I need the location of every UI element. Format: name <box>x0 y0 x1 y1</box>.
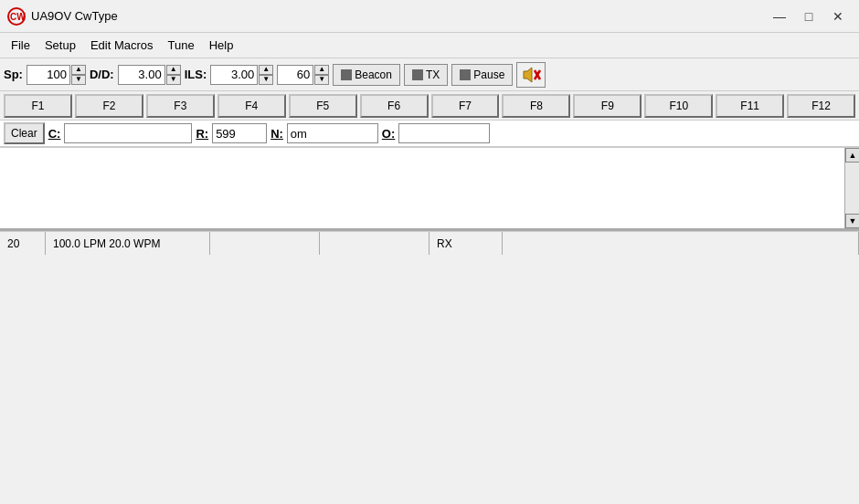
extra-down-btn[interactable]: ▼ <box>314 75 329 85</box>
pause-label: Pause <box>473 68 504 81</box>
toolbar: Sp: 100 ▲ ▼ D/D: 3.00 ▲ ▼ ILS: 3.00 ▲ ▼ … <box>0 58 859 91</box>
status-rx: RX <box>437 237 452 250</box>
dd-input[interactable]: 3.00 <box>118 65 165 85</box>
tx-indicator <box>412 69 423 80</box>
fkey-f10[interactable]: F10 <box>644 94 713 118</box>
ils-input[interactable]: 3.00 <box>210 65 258 85</box>
ils-up-btn[interactable]: ▲ <box>259 65 273 75</box>
upper-text-area <box>0 148 844 228</box>
status-cell-6 <box>503 232 859 255</box>
status-cell-4 <box>320 232 430 255</box>
n-input[interactable] <box>287 123 378 143</box>
fkey-f9[interactable]: F9 <box>573 94 642 118</box>
extra-spinner-btns: ▲ ▼ <box>314 65 329 85</box>
close-button[interactable]: ✕ <box>824 5 852 27</box>
ils-down-btn[interactable]: ▼ <box>259 75 273 85</box>
fkey-f12[interactable]: F12 <box>787 94 855 118</box>
fkey-f3[interactable]: F3 <box>146 94 215 118</box>
status-cell-2: 100.0 LPM 20.0 WPM <box>46 232 210 255</box>
menu-bar: File Setup Edit Macros Tune Help <box>0 33 859 58</box>
o-input[interactable] <box>398 123 490 143</box>
status-wpm: 100.0 LPM 20.0 WPM <box>53 237 160 250</box>
menu-setup[interactable]: Setup <box>37 37 83 54</box>
title-bar-controls: — □ ✕ <box>766 5 852 27</box>
tx-button[interactable]: TX <box>404 64 448 86</box>
fkey-f1[interactable]: F1 <box>4 94 72 118</box>
status-cell-3 <box>210 232 320 255</box>
sp-down-btn[interactable]: ▼ <box>71 75 86 85</box>
menu-edit-macros[interactable]: Edit Macros <box>83 37 161 54</box>
fkey-f8[interactable]: F8 <box>502 94 570 118</box>
status-cell-1: 20 <box>0 232 46 255</box>
fkey-f11[interactable]: F11 <box>716 94 784 118</box>
ils-spinner-btns: ▲ ▼ <box>259 65 273 85</box>
upper-scrollbar: ▲ ▼ <box>844 148 859 228</box>
title-bar: CW UA9OV CwType — □ ✕ <box>0 0 859 33</box>
n-label: N: <box>270 127 283 141</box>
sp-input[interactable]: 100 <box>27 65 70 85</box>
dd-spinner: 3.00 ▲ ▼ <box>118 65 181 85</box>
upper-panel: ▲ ▼ <box>0 148 859 230</box>
beacon-indicator <box>341 69 352 80</box>
minimize-button[interactable]: — <box>766 5 793 27</box>
sp-up-btn[interactable]: ▲ <box>71 65 86 75</box>
status-cell-5: RX <box>430 232 503 255</box>
o-label: O: <box>382 127 395 141</box>
input-row: Clear C: R: N: O: <box>0 121 859 148</box>
status-number: 20 <box>7 237 19 250</box>
pause-indicator <box>460 69 471 80</box>
menu-help[interactable]: Help <box>202 37 241 54</box>
scroll-down-btn[interactable]: ▼ <box>845 214 859 228</box>
dd-down-btn[interactable]: ▼ <box>166 75 181 85</box>
pause-button[interactable]: Pause <box>451 64 513 86</box>
status-bar: 20 100.0 LPM 20.0 WPM RX <box>0 231 859 255</box>
svg-marker-2 <box>524 68 532 82</box>
fkey-f4[interactable]: F4 <box>217 94 286 118</box>
extra-input[interactable]: 60 <box>277 65 313 85</box>
app-icon: CW <box>7 7 26 26</box>
dd-label: D/D: <box>90 68 114 81</box>
svg-text:CW: CW <box>10 12 26 22</box>
clear-button[interactable]: Clear <box>4 122 45 144</box>
r-label: R: <box>196 127 208 141</box>
fkey-f7[interactable]: F7 <box>431 94 500 118</box>
fkey-f5[interactable]: F5 <box>289 94 357 118</box>
fkeys-row: F1 F2 F3 F4 F5 F6 F7 F8 F9 F10 F11 F12 <box>0 91 859 121</box>
maximize-button[interactable]: □ <box>795 5 822 27</box>
r-input[interactable] <box>212 123 267 143</box>
mute-icon <box>520 65 542 85</box>
fkey-f6[interactable]: F6 <box>360 94 429 118</box>
c-input[interactable] <box>64 123 192 143</box>
title-bar-left: CW UA9OV CwType <box>7 7 118 26</box>
beacon-button[interactable]: Beacon <box>333 64 400 86</box>
fkey-f2[interactable]: F2 <box>75 94 143 118</box>
dd-up-btn[interactable]: ▲ <box>166 65 181 75</box>
menu-tune[interactable]: Tune <box>161 37 202 54</box>
scroll-track <box>845 163 859 214</box>
ils-spinner: 3.00 ▲ ▼ <box>210 65 273 85</box>
sp-spinner-btns: ▲ ▼ <box>71 65 86 85</box>
ils-label: ILS: <box>185 68 207 81</box>
c-label: C: <box>48 127 61 141</box>
sp-spinner: 100 ▲ ▼ <box>27 65 86 85</box>
scroll-up-btn[interactable]: ▲ <box>845 148 859 163</box>
menu-file[interactable]: File <box>4 37 37 54</box>
tx-label: TX <box>426 68 440 81</box>
extra-up-btn[interactable]: ▲ <box>314 65 329 75</box>
dd-spinner-btns: ▲ ▼ <box>166 65 181 85</box>
extra-spinner: 60 ▲ ▼ <box>277 65 329 85</box>
window-title: UA9OV CwType <box>31 9 118 23</box>
mute-button[interactable] <box>516 62 546 88</box>
beacon-label: Beacon <box>355 68 392 81</box>
sp-label: Sp: <box>4 68 23 81</box>
